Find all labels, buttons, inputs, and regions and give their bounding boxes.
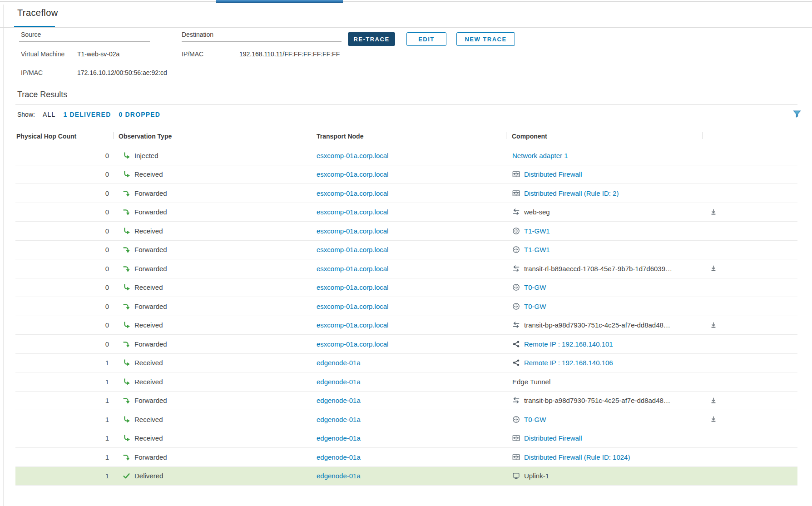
download-icon[interactable]: [710, 208, 717, 216]
table-row: 0 Received esxcomp-01a.corp.local T0-GW: [15, 278, 797, 298]
forwarded-arrow-icon: [123, 246, 130, 253]
component-text[interactable]: Distributed Firewall (Rule ID: 1024): [524, 453, 630, 461]
transport-node-link[interactable]: edgenode-01a: [317, 359, 361, 367]
show-label: Show:: [17, 111, 35, 118]
component-text: Edge Tunnel: [512, 378, 550, 386]
filter-all[interactable]: ALL: [43, 111, 56, 118]
hop-count: 1: [105, 378, 109, 386]
observation-label: Forwarded: [134, 397, 167, 404]
transport-node-link[interactable]: esxcomp-01a.corp.local: [317, 189, 388, 197]
column-divider: [114, 132, 114, 139]
observation-label: Received: [134, 283, 163, 291]
component-text: Uplink-1: [524, 472, 549, 480]
transport-node-link[interactable]: esxcomp-01a.corp.local: [317, 303, 388, 310]
component-text: web-seg: [524, 208, 550, 216]
received-arrow-icon: [123, 321, 130, 329]
hop-count: 0: [105, 340, 109, 348]
observation-label: Delivered: [134, 472, 163, 480]
transport-node-link[interactable]: esxcomp-01a.corp.local: [317, 170, 388, 178]
transport-node-link[interactable]: edgenode-01a: [317, 472, 361, 480]
observation-label: Forwarded: [134, 265, 167, 273]
table-row: 0 Forwarded esxcomp-01a.corp.local Distr…: [15, 184, 797, 203]
transport-node-link[interactable]: esxcomp-01a.corp.local: [317, 321, 388, 329]
filter-dropped[interactable]: 0 DROPPED: [119, 111, 160, 118]
destination-ipmac-value: 192.168.110.11/FF:FF:FF:FF:FF:FF: [239, 50, 340, 58]
transport-node-link[interactable]: esxcomp-01a.corp.local: [317, 208, 388, 216]
re-trace-button[interactable]: RE-TRACE: [348, 32, 395, 46]
hop-count: 0: [105, 208, 109, 216]
transport-node-link[interactable]: esxcomp-01a.corp.local: [317, 265, 388, 273]
table-row: 0 Forwarded esxcomp-01a.corp.local Remot…: [15, 335, 797, 354]
column-header-observation-type: Observation Type: [114, 131, 313, 140]
component-text[interactable]: T0-GW: [524, 283, 546, 291]
transport-node-link[interactable]: edgenode-01a: [317, 416, 361, 423]
component-text[interactable]: T0-GW: [524, 303, 546, 310]
trace-table-body: 0 Injected esxcomp-01a.corp.local Networ…: [15, 146, 797, 486]
forwarded-arrow-icon: [123, 189, 130, 197]
component-text[interactable]: Distributed Firewall: [524, 434, 582, 442]
gateway-icon: [512, 283, 520, 291]
transport-node-link[interactable]: esxcomp-01a.corp.local: [317, 283, 388, 291]
component-text[interactable]: Distributed Firewall: [524, 170, 582, 178]
component-text[interactable]: Remote IP : 192.168.140.101: [524, 340, 613, 348]
download-icon[interactable]: [710, 322, 717, 329]
gateway-icon: [512, 246, 520, 253]
transport-node-link[interactable]: esxcomp-01a.corp.local: [317, 227, 388, 235]
forwarded-arrow-icon: [123, 303, 130, 310]
transport-node-link[interactable]: esxcomp-01a.corp.local: [317, 152, 388, 159]
transport-node-link[interactable]: edgenode-01a: [317, 397, 361, 404]
observation-label: Received: [134, 434, 163, 442]
component-text[interactable]: Distributed Firewall (Rule ID: 2): [524, 189, 619, 197]
injected-arrow-icon: [123, 152, 130, 159]
transport-node-link[interactable]: esxcomp-01a.corp.local: [317, 246, 388, 253]
download-icon[interactable]: [710, 265, 717, 272]
download-icon[interactable]: [710, 397, 717, 404]
transport-node-link[interactable]: edgenode-01a: [317, 434, 361, 442]
table-row: 1 Received edgenode-01a T0-GW: [15, 410, 797, 429]
component-text[interactable]: Network adapter 1: [512, 152, 568, 159]
component-text[interactable]: Remote IP : 192.168.140.106: [524, 359, 613, 367]
gateway-icon: [512, 303, 520, 310]
table-row: 1 Received edgenode-01a Edge Tunnel: [15, 372, 797, 392]
hop-count: 1: [105, 359, 109, 367]
share-icon: [512, 359, 520, 367]
hop-count: 1: [105, 416, 109, 423]
download-icon[interactable]: [710, 416, 717, 423]
gateway-icon: [512, 227, 520, 235]
component-text[interactable]: T1-GW1: [524, 246, 550, 253]
component-text[interactable]: T1-GW1: [524, 227, 550, 235]
observation-label: Received: [134, 227, 163, 235]
funnel-filter-icon[interactable]: [793, 110, 801, 118]
firewall-icon: [512, 170, 520, 178]
header-divider: [0, 27, 812, 28]
table-row: 1 Received edgenode-01a Distributed Fire…: [15, 429, 797, 448]
filter-delivered[interactable]: 1 DELIVERED: [63, 111, 111, 118]
transport-node-link[interactable]: esxcomp-01a.corp.local: [317, 340, 388, 348]
source-label: Source: [21, 31, 41, 38]
transport-node-link[interactable]: edgenode-01a: [317, 378, 361, 386]
table-row: 0 Forwarded esxcomp-01a.corp.local T1-GW…: [15, 241, 797, 260]
segment-icon: [512, 321, 520, 329]
hop-count: 0: [105, 227, 109, 235]
share-icon: [512, 340, 520, 348]
table-row: 0 Forwarded esxcomp-01a.corp.local web-s…: [15, 203, 797, 222]
trace-results-table: Physical Hop Count Observation Type Tran…: [15, 131, 797, 486]
hop-count: 0: [105, 321, 109, 329]
hop-count: 0: [105, 152, 109, 159]
hop-count: 0: [105, 283, 109, 291]
observation-label: Forwarded: [134, 246, 167, 253]
traceflow-screen: Traceflow Source Virtual Machine T1-web-…: [0, 0, 812, 506]
new-trace-button[interactable]: NEW TRACE: [456, 32, 515, 46]
edit-button[interactable]: EDIT: [406, 32, 446, 46]
table-header: Physical Hop Count Observation Type Tran…: [15, 131, 797, 146]
transport-node-link[interactable]: edgenode-01a: [317, 453, 361, 461]
source-ipmac-value: 172.16.10.12/00:50:56:ae:92:cd: [77, 69, 167, 76]
firewall-icon: [512, 189, 520, 197]
column-divider: [506, 132, 506, 139]
observation-label: Forwarded: [134, 453, 167, 461]
component-text[interactable]: T0-GW: [524, 416, 546, 423]
hop-count: 1: [105, 397, 109, 404]
trace-results-title: Trace Results: [17, 90, 67, 99]
column-header-hop-count: Physical Hop Count: [15, 131, 114, 140]
delivered-check-icon: [123, 472, 130, 480]
